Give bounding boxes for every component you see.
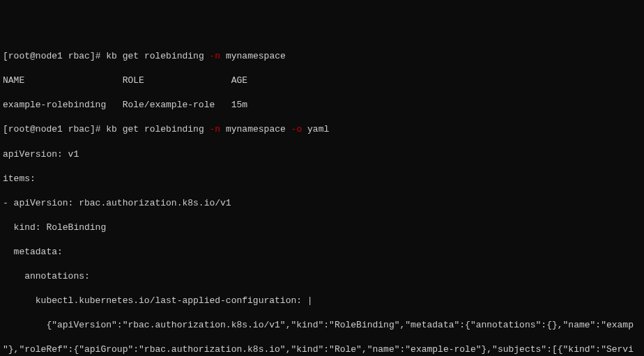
prompt-user: root [8,51,30,61]
yaml-line: metadata: [3,246,641,258]
yaml-line: kubectl.kubernetes.io/last-applied-confi… [3,295,641,307]
yaml-line: items: [3,173,641,185]
prompt-host: node1 [36,51,63,61]
table-row: example-rolebinding Role/example-role 15… [3,99,641,111]
prompt-line-1[interactable]: [root@node1 rbac]# kb get rolebinding -n… [3,50,641,63]
flag-n-1: -n [210,51,221,61]
yaml-line: kind: RoleBinding [3,222,641,234]
yaml-line: {"apiVersion":"rbac.authorization.k8s.io… [3,319,641,332]
flag-n-2: -n [210,124,221,134]
yaml-line: "},"roleRef":{"apiGroup":"rbac.authoriza… [3,343,641,356]
flag-o: -o [291,124,302,134]
command-2: kb get rolebinding [106,124,204,134]
yaml-line: - apiVersion: rbac.authorization.k8s.io/… [3,197,641,210]
prompt-path: rbac [68,51,90,61]
output-format: yaml [307,124,329,134]
command-1: kb get rolebinding [106,51,204,61]
yaml-line: annotations: [3,270,641,283]
table-header: NAME ROLE AGE [3,75,641,87]
namespace-1: mynamespace [226,51,286,61]
namespace-2: mynamespace [226,124,286,134]
prompt-line-2[interactable]: [root@node1 rbac]# kb get rolebinding -n… [3,123,641,136]
yaml-line: apiVersion: v1 [3,148,641,161]
